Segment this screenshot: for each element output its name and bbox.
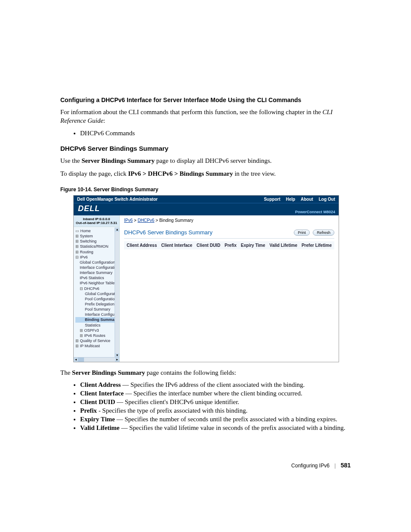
print-button[interactable]: Print [294, 230, 310, 236]
tree-switching[interactable]: ⊞ Switching [75, 239, 118, 244]
expand-icon[interactable]: ⊞ [75, 239, 80, 243]
expand-icon[interactable]: ⊞ [75, 234, 80, 238]
col-expiry-time: Expiry Time [241, 243, 265, 248]
brand-bar: DELL PowerConnect M8024 [74, 203, 339, 215]
expand-icon[interactable]: ⊞ [80, 333, 84, 338]
list-item: DHCPv6 Commands [80, 130, 351, 137]
tree-neighbor-table[interactable]: IPv6 Neighbor Table [75, 280, 118, 286]
field-desc: — Specifies client's DHCPv6 unique ident… [115, 398, 239, 405]
field-desc: — Specifies the valid lifetime value in … [120, 424, 346, 431]
tree-routing[interactable]: ⊞ Routing [75, 249, 118, 255]
expand-icon[interactable]: ⊞ [75, 339, 80, 343]
tree-label: DHCPv6 [84, 286, 100, 291]
body-paragraph: To display the page, click IPv6 > DHCPv6… [60, 169, 351, 178]
panel-header: DHCPv6 Server Bindings Summary Print Ref… [124, 229, 334, 236]
scroll-thumb[interactable] [78, 358, 84, 362]
body-paragraph: For information about the CLI commands t… [60, 108, 351, 125]
app-title: Dell OpenManage Switch Administrator [77, 197, 158, 202]
dell-logo: DELL [78, 204, 100, 213]
text: For information about the CLI commands t… [60, 109, 323, 115]
tree-ipmc[interactable]: ⊞ IP Multicast [75, 343, 118, 348]
tree-interface-config[interactable]: Interface Configuratio [75, 265, 118, 270]
col-client-duid: Client DUID [196, 243, 220, 248]
table-header-row: Client Address Client Interface Client D… [124, 241, 334, 249]
section-heading: DHCPv6 Server Bindings Summary [60, 145, 351, 152]
tree-label: IPv6 Routes [84, 333, 106, 338]
horizontal-scrollbar[interactable]: ◂ ▸ [74, 357, 119, 362]
document-page: Configuring a DHCPv6 Interface for Serve… [0, 0, 411, 503]
list-item: Valid Lifetime — Specifies the valid lif… [80, 424, 351, 432]
scroll-up-icon[interactable]: ▴ [115, 227, 119, 232]
screenshot-figure: Dell OpenManage Switch Administrator Sup… [73, 195, 339, 362]
tree-dhcpv6[interactable]: ⊟ DHCPv6 [75, 286, 118, 291]
expand-icon[interactable]: ⊞ [75, 344, 80, 348]
tree-d-global-config[interactable]: Global Configuratio [75, 291, 118, 296]
refresh-button[interactable]: Refresh [313, 230, 334, 236]
panel-buttons: Print Refresh [292, 229, 334, 236]
field-desc: - Specifies the type of prefix associate… [97, 407, 248, 414]
tree-label: Statistics/RMON [80, 244, 109, 249]
list-item: Client DUID — Specifies client's DHCPv6 … [80, 398, 351, 406]
tree-binding-summary[interactable]: Binding Summar [75, 317, 118, 322]
nav-tree[interactable]: ▭ Home ⊞ System ⊞ Switching ⊞ Statistics… [74, 227, 119, 348]
logout-link[interactable]: Log Out [319, 197, 335, 202]
tree-home[interactable]: ▭ Home [75, 228, 118, 233]
tree-label: Routing [80, 250, 93, 254]
help-link[interactable]: Help [286, 197, 296, 202]
breadcrumb: IPv6 > DHCPv6 > Binding Summary [124, 218, 334, 223]
tree-label: IPv6 [80, 255, 88, 259]
field-term: Expiry Time [80, 416, 115, 423]
device-model: PowerConnect M8024 [295, 210, 335, 214]
list-item: Prefix - Specifies the type of prefix as… [80, 407, 351, 414]
collapse-icon[interactable]: ⊟ [75, 255, 80, 259]
crumb-ipv6[interactable]: IPv6 [124, 218, 133, 223]
field-term: Client DUID [80, 398, 115, 405]
doc-icon: ▭ [75, 229, 81, 233]
bullet-list: DHCPv6 Commands [60, 130, 351, 137]
col-prefer-lifetime: Prefer Lifetime [302, 243, 332, 248]
tree-statistics[interactable]: ⊞ Statistics/RMON [75, 244, 118, 249]
tree-ospf[interactable]: ⊞ OSPFv3 [75, 328, 118, 333]
crumb-current: Binding Summary [159, 218, 193, 223]
tree-global-config[interactable]: Global Configuration [75, 260, 118, 265]
tree-prefix-delegation[interactable]: Prefix Delegation C [75, 302, 118, 307]
content-panel: IPv6 > DHCPv6 > Binding Summary DHCPv6 S… [120, 215, 339, 362]
support-link[interactable]: Support [264, 197, 280, 202]
tree-ipv6[interactable]: ⊟ IPv6 [75, 255, 118, 260]
text: page contains the following fields: [145, 369, 236, 376]
expand-icon[interactable]: ⊞ [75, 250, 80, 254]
text: : [103, 117, 105, 124]
collapse-icon[interactable]: ⊟ [80, 286, 84, 291]
tree-system[interactable]: ⊞ System [75, 233, 118, 239]
tree-label: Quality of Service [80, 339, 111, 343]
page-name: Server Bindings Summary [72, 369, 145, 376]
expand-icon[interactable]: ⊞ [75, 244, 80, 249]
oob-ip: Out-of-band IP:10.27.5.31 [75, 221, 118, 225]
about-link[interactable]: About [301, 197, 313, 202]
tree-pool-summary[interactable]: Pool Summary [75, 307, 118, 312]
field-desc: — Specifies the number of seconds until … [115, 416, 337, 423]
vertical-scrollbar[interactable]: ▴ ▾ [115, 227, 119, 358]
tree-ipv6-routes[interactable]: ⊞ IPv6 Routes [75, 333, 118, 338]
page-footer: Configuring IPv6 | 581 [60, 462, 351, 469]
field-list: Client Address — Specifies the IPv6 addr… [60, 381, 351, 432]
field-term: Valid Lifetime [80, 424, 120, 431]
tree-pool-config[interactable]: Pool Configuration [75, 296, 118, 302]
field-desc: — Specifies the interface number where t… [124, 390, 302, 397]
scroll-right-icon[interactable]: ▸ [115, 358, 119, 362]
tree-statistics-node[interactable]: Statistics [75, 323, 118, 328]
divider [124, 238, 334, 239]
app-titlebar: Dell OpenManage Switch Administrator Sup… [74, 196, 339, 203]
tree-ipv6-stats[interactable]: IPv6 Statistics [75, 275, 118, 280]
tree-interface-config-2[interactable]: Interface Configura [75, 312, 118, 317]
tree-label: System [80, 234, 93, 238]
col-client-address: Client Address [127, 243, 157, 248]
expand-icon[interactable]: ⊞ [80, 328, 84, 333]
nav-path: IPv6 > DHCPv6 > Bindings Summary [128, 170, 233, 177]
list-item: Client Interface — Specifies the interfa… [80, 390, 351, 397]
text: Use the [60, 157, 81, 164]
scroll-left-icon[interactable]: ◂ [74, 358, 78, 362]
crumb-dhcpv6[interactable]: DHCPv6 [137, 218, 154, 223]
tree-interface-summary[interactable]: Interface Summary [75, 270, 118, 275]
tree-qos[interactable]: ⊞ Quality of Service [75, 338, 118, 343]
